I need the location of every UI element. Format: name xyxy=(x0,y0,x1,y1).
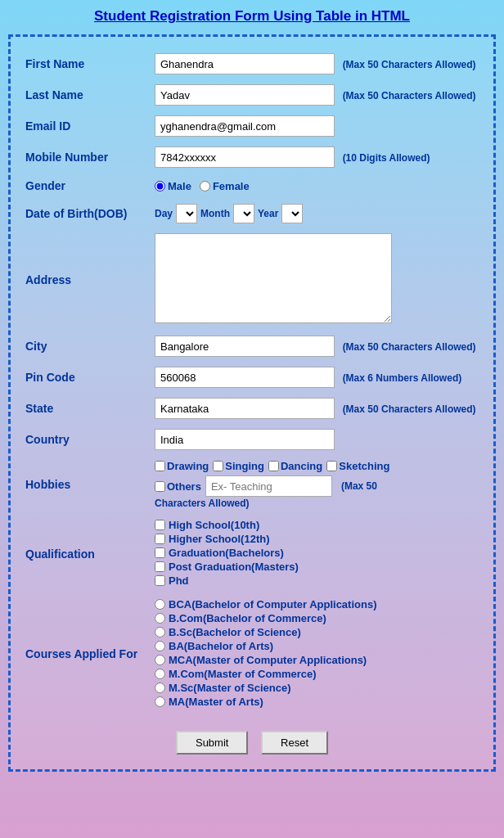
qual-graduation-checkbox[interactable] xyxy=(155,547,165,558)
hobbies-others-row: Others (Max 50 xyxy=(155,475,480,497)
form-container: First Name (Max 50 Characters Allowed) L… xyxy=(8,34,496,772)
qualification-label: Qualification xyxy=(22,517,153,590)
course-item-5: MCA(Master of Computer Applications) xyxy=(155,654,480,666)
reset-button[interactable]: Reset xyxy=(261,731,328,755)
gender-male-label[interactable]: Male xyxy=(155,180,191,192)
qual-phd-checkbox[interactable] xyxy=(155,575,165,586)
course-item-8: MA(Master of Arts) xyxy=(155,696,480,708)
gender-label: Gender xyxy=(22,176,153,196)
course-item-1: BCA(Bachelor of Computer Applications) xyxy=(155,598,480,610)
courses-list: BCA(Bachelor of Computer Applications) B… xyxy=(155,598,480,708)
page-title: Student Registration Form Using Table in… xyxy=(8,8,496,25)
course-bca-text: BCA(Bachelor of Computer Applications) xyxy=(169,598,376,610)
course-bca-radio[interactable] xyxy=(155,599,165,610)
submit-row: Submit Reset xyxy=(22,731,482,761)
hobby-singing-text: Singing xyxy=(225,460,264,472)
course-ba-radio[interactable] xyxy=(155,641,165,651)
hobby-others-label[interactable]: Others xyxy=(155,480,201,493)
hobbies-label: Hobbies xyxy=(22,458,153,511)
gender-cell: Male Female xyxy=(153,176,482,196)
pincode-cell: (Max 6 Numbers Allowed) xyxy=(153,365,482,390)
email-cell xyxy=(153,114,482,138)
first-name-label: First Name xyxy=(22,52,153,76)
qual-item-2: Higher School(12th) xyxy=(155,533,480,545)
hobby-drawing-checkbox[interactable] xyxy=(155,461,165,471)
hobby-sketching-label[interactable]: Sketching xyxy=(326,460,389,472)
hobby-others-checkbox[interactable] xyxy=(155,481,165,492)
city-input[interactable] xyxy=(155,336,335,357)
country-input[interactable] xyxy=(155,429,335,450)
hobby-dancing-text: Dancing xyxy=(281,460,322,472)
mobile-input[interactable] xyxy=(155,146,335,168)
dob-day-select[interactable] xyxy=(176,204,197,223)
hobby-singing-checkbox[interactable] xyxy=(213,461,223,471)
city-label: City xyxy=(22,334,153,358)
hobby-drawing-label[interactable]: Drawing xyxy=(155,460,209,472)
hobby-singing-label[interactable]: Singing xyxy=(213,460,264,472)
pincode-label: Pin Code xyxy=(22,365,153,390)
course-bcom-radio[interactable] xyxy=(155,613,165,624)
gender-row: Gender Male Female xyxy=(22,176,482,196)
gender-radio-group: Male Female xyxy=(155,180,480,192)
pincode-input[interactable] xyxy=(155,367,335,388)
course-item-6: M.Com(Master of Commerce) xyxy=(155,668,480,680)
submit-button[interactable]: Submit xyxy=(176,731,248,755)
dob-year-label: Year xyxy=(258,208,278,219)
email-label: Email ID xyxy=(22,114,153,138)
qualification-row: Qualification High School(10th) Higher S… xyxy=(22,517,482,590)
dob-cell: Day Month Year xyxy=(153,202,482,225)
state-input[interactable] xyxy=(155,398,335,419)
qual-highschool-checkbox[interactable] xyxy=(155,520,165,530)
gender-female-text: Female xyxy=(213,180,250,192)
email-row: Email ID xyxy=(22,114,482,138)
country-cell xyxy=(153,427,482,452)
hobby-hint-cont2: Characters Allowed) xyxy=(155,498,250,509)
state-cell: (Max 50 Characters Allowed) xyxy=(153,396,482,421)
dob-month-select[interactable] xyxy=(233,204,254,223)
mobile-cell: (10 Digits Allowed) xyxy=(153,145,482,169)
course-bsc-radio[interactable] xyxy=(155,627,165,638)
course-bsc-text: B.Sc(Bachelor of Science) xyxy=(169,626,301,638)
course-ma-text: MA(Master of Arts) xyxy=(169,696,263,708)
hobby-sketching-checkbox[interactable] xyxy=(326,461,337,471)
course-ba-text: BA(Bachelor of Arts) xyxy=(169,640,273,652)
hobby-others-input[interactable] xyxy=(205,475,332,497)
state-row: State (Max 50 Characters Allowed) xyxy=(22,396,482,421)
course-item-3: B.Sc(Bachelor of Science) xyxy=(155,626,480,638)
qual-postgrad-text: Post Graduation(Masters) xyxy=(169,561,299,573)
email-input[interactable] xyxy=(155,115,335,137)
hobby-dancing-checkbox[interactable] xyxy=(268,461,279,471)
address-textarea[interactable] xyxy=(155,233,392,323)
country-row: Country xyxy=(22,427,482,452)
hobby-dancing-label[interactable]: Dancing xyxy=(268,460,322,472)
city-row: City (Max 50 Characters Allowed) xyxy=(22,334,482,358)
qual-item-5: Phd xyxy=(155,574,480,587)
gender-female-label[interactable]: Female xyxy=(200,180,250,192)
pincode-row: Pin Code (Max 6 Numbers Allowed) xyxy=(22,365,482,390)
last-name-input[interactable] xyxy=(155,84,335,106)
gender-female-radio[interactable] xyxy=(200,181,210,191)
qual-higherschool-text: Higher School(12th) xyxy=(169,533,270,545)
dob-year-select[interactable] xyxy=(281,204,303,223)
first-name-input[interactable] xyxy=(155,53,335,74)
first-name-cell: (Max 50 Characters Allowed) xyxy=(153,52,482,76)
state-hint: (Max 50 Characters Allowed) xyxy=(343,403,476,415)
hobby-others-hint: (Max 50 xyxy=(341,480,377,492)
first-name-hint: (Max 50 Characters Allowed) xyxy=(343,59,476,70)
hobbies-checkboxes: Drawing Singing Dancing Sketching xyxy=(155,460,480,472)
qual-postgrad-checkbox[interactable] xyxy=(155,561,165,572)
qual-phd-text: Phd xyxy=(169,574,189,587)
course-mcom-radio[interactable] xyxy=(155,669,165,679)
qual-item-1: High School(10th) xyxy=(155,519,480,531)
course-ma-radio[interactable] xyxy=(155,696,165,707)
course-msc-radio[interactable] xyxy=(155,683,165,693)
hobby-others-text: Others xyxy=(167,480,201,493)
last-name-hint: (Max 50 Characters Allowed) xyxy=(343,90,476,101)
qual-graduation-text: Graduation(Bachelors) xyxy=(169,547,284,559)
qual-item-4: Post Graduation(Masters) xyxy=(155,561,480,573)
qual-higherschool-checkbox[interactable] xyxy=(155,534,165,544)
address-cell xyxy=(153,232,482,327)
address-row: Address xyxy=(22,232,482,327)
gender-male-radio[interactable] xyxy=(155,181,165,191)
course-mca-radio[interactable] xyxy=(155,655,165,665)
